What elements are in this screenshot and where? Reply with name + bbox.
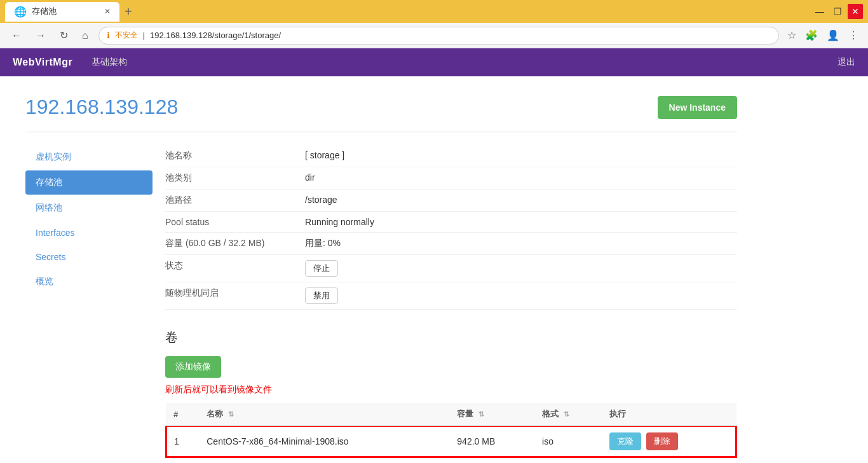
value-pool-name: [ storage ] [305, 150, 344, 162]
info-row-autostart: 随物理机同启 禁用 [165, 282, 737, 310]
sort-icon-format: ⇅ [564, 410, 569, 418]
cell-actions: 克隆 删除 [602, 425, 736, 457]
sidebar: 虚机实例 存储池 网络池 Interfaces Secrets 概览 [25, 145, 153, 458]
delete-button[interactable]: 删除 [646, 432, 678, 450]
pool-info-table: 池名称 [ storage ] 池类别 dir 池路径 /storage Poo… [165, 145, 737, 310]
address-separator: | [143, 31, 145, 40]
col-num: # [166, 403, 199, 425]
refresh-button[interactable]: ↻ [56, 27, 72, 44]
addressbar-actions: ☆ 🧩 👤 ⋮ [785, 27, 860, 43]
label-pool-capacity: 容量 (60.0 GB / 32.2 MB) [165, 238, 305, 249]
layout: 虚机实例 存储池 网络池 Interfaces Secrets 概览 [25, 145, 737, 458]
volumes-title: 卷 [165, 329, 737, 346]
label-pool-status: Pool status [165, 217, 305, 227]
main-content: 192.168.139.128 New Instance 虚机实例 存储池 网络… [0, 76, 763, 463]
info-row-path: 池路径 /storage [165, 190, 737, 212]
sidebar-item-network[interactable]: 网络池 [25, 196, 153, 220]
account-button[interactable]: 👤 [825, 27, 841, 43]
nav-infrastructure[interactable]: 基础架构 [92, 57, 127, 68]
menu-button[interactable]: ⋮ [846, 27, 860, 43]
col-action: 执行 [602, 403, 736, 425]
label-pool-autostart: 随物理机同启 [165, 287, 305, 304]
sidebar-item-secrets[interactable]: Secrets [25, 245, 153, 268]
address-url: 192.168.139.128/storage/1/storage/ [150, 31, 281, 40]
cell-format: iso [534, 425, 602, 457]
app-brand: WebVirtMgr [13, 57, 72, 68]
label-pool-path: 池路径 [165, 195, 305, 206]
value-pool-status: Running normally [305, 217, 374, 227]
sidebar-item-interfaces[interactable]: Interfaces [25, 221, 153, 244]
forward-button[interactable]: → [32, 27, 50, 44]
info-row-status: Pool status Running normally [165, 212, 737, 233]
clone-button[interactable]: 克隆 [609, 432, 641, 450]
sort-icon-name: ⇅ [228, 410, 234, 418]
divider [25, 132, 737, 132]
value-pool-capacity: 用量: 0% [305, 238, 341, 249]
info-row-state: 状态 停止 [165, 255, 737, 282]
disable-autostart-button[interactable]: 禁用 [305, 287, 338, 304]
tab-icon: 🌐 [14, 6, 27, 18]
host-header: 192.168.139.128 New Instance [25, 95, 737, 119]
sort-icon-size: ⇅ [478, 410, 484, 418]
bookmark-button[interactable]: ☆ [785, 27, 798, 43]
address-input[interactable]: ℹ 不安全 | 192.168.139.128/storage/1/storag… [98, 27, 779, 45]
page-scroll: 192.168.139.128 New Instance 虚机实例 存储池 网络… [0, 76, 868, 463]
cell-size: 942.0 MB [449, 425, 534, 457]
new-instance-button[interactable]: New Instance [658, 96, 737, 119]
sidebar-item-vms[interactable]: 虚机实例 [25, 145, 153, 169]
lock-icon: ℹ [107, 31, 110, 40]
add-image-button[interactable]: 添加镜像 [165, 356, 221, 378]
browser-tab[interactable]: 🌐 存储池 ✕ [5, 2, 119, 22]
sidebar-item-overview[interactable]: 概览 [25, 270, 153, 294]
home-button[interactable]: ⌂ [78, 27, 92, 44]
info-row-type: 池类别 dir [165, 167, 737, 190]
col-size: 容量 ⇅ [449, 403, 534, 425]
col-format: 格式 ⇅ [534, 403, 602, 425]
browser-titlebar: 🌐 存储池 ✕ + — ❐ ✕ [0, 0, 868, 23]
info-row-name: 池名称 [ storage ] [165, 145, 737, 167]
cell-name: CentOS-7-x86_64-Minimal-1908.iso [199, 425, 449, 457]
cell-num: 1 [166, 425, 199, 457]
col-name: 名称 ⇅ [199, 403, 449, 425]
restore-button[interactable]: ❐ [830, 4, 845, 19]
table-header: # 名称 ⇅ 容量 ⇅ [166, 403, 736, 425]
refresh-hint: 刷新后就可以看到镜像文件 [165, 384, 737, 396]
sidebar-item-storage[interactable]: 存储池 [25, 170, 153, 195]
tab-close-button[interactable]: ✕ [104, 7, 111, 16]
value-pool-type: dir [305, 172, 315, 184]
volumes-table: # 名称 ⇅ 容量 ⇅ [165, 403, 737, 458]
label-pool-state: 状态 [165, 260, 305, 277]
close-button[interactable]: ✕ [848, 4, 863, 19]
table-body: 1 CentOS-7-x86_64-Minimal-1908.iso 942.0… [166, 425, 736, 457]
back-button[interactable]: ← [8, 27, 25, 44]
minimize-button[interactable]: — [812, 4, 827, 19]
extensions-button[interactable]: 🧩 [803, 27, 820, 43]
logout-button[interactable]: 退出 [837, 57, 855, 68]
tab-title: 存储池 [32, 6, 57, 17]
window-controls: — ❐ ✕ [812, 4, 863, 19]
table-row: 1 CentOS-7-x86_64-Minimal-1908.iso 942.0… [166, 425, 736, 457]
detail-panel: 池名称 [ storage ] 池类别 dir 池路径 /storage Poo… [153, 145, 737, 458]
label-pool-name: 池名称 [165, 150, 305, 162]
app-header: WebVirtMgr 基础架构 退出 [0, 48, 868, 76]
value-pool-path: /storage [305, 195, 337, 206]
stop-button[interactable]: 停止 [305, 260, 338, 277]
insecure-label: 不安全 [115, 30, 138, 41]
label-pool-type: 池类别 [165, 172, 305, 184]
new-tab-button[interactable]: + [125, 5, 132, 18]
volumes-section: 卷 添加镜像 刷新后就可以看到镜像文件 # 名称 ⇅ [165, 329, 737, 458]
info-row-capacity: 容量 (60.0 GB / 32.2 MB) 用量: 0% [165, 233, 737, 255]
address-bar: ← → ↻ ⌂ ℹ 不安全 | 192.168.139.128/storage/… [0, 23, 868, 48]
host-ip: 192.168.139.128 [25, 95, 178, 119]
